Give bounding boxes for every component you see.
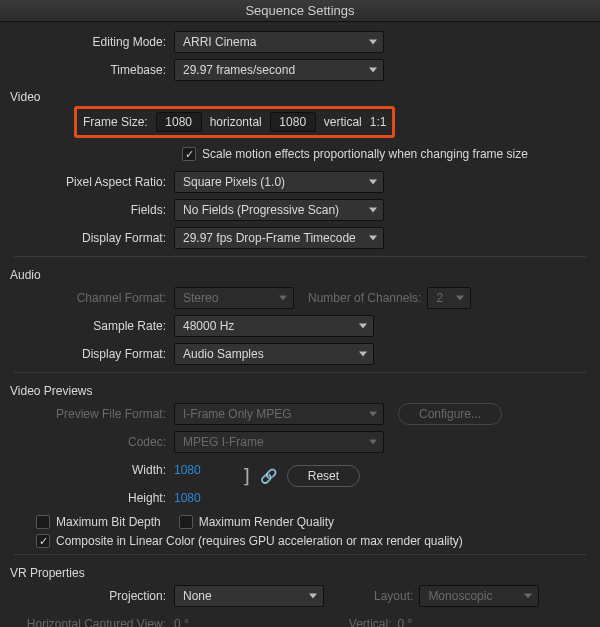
chevron-down-icon — [369, 208, 377, 213]
vr-vertical-value: 0 ° — [398, 617, 413, 627]
max-render-quality-label: Maximum Render Quality — [199, 515, 334, 529]
max-render-quality-checkbox[interactable] — [179, 515, 193, 529]
sample-rate-label: Sample Rate: — [14, 319, 174, 333]
frame-size-label: Frame Size: — [83, 115, 148, 129]
chevron-down-icon — [369, 180, 377, 185]
aspect-ratio-display: 1:1 — [370, 115, 387, 129]
codec-label: Codec: — [14, 435, 174, 449]
chevron-down-icon — [309, 594, 317, 599]
sample-rate-select[interactable]: 48000 Hz — [174, 315, 374, 337]
sequence-settings-window: Sequence Settings Editing Mode: ARRI Cin… — [0, 0, 600, 627]
chevron-down-icon — [369, 440, 377, 445]
window-title: Sequence Settings — [245, 3, 354, 18]
horizontal-label: horizontal — [210, 115, 262, 129]
chevron-down-icon — [369, 412, 377, 417]
preview-width-value[interactable]: 1080 — [174, 463, 201, 477]
num-channels-label: Number of Channels: — [308, 291, 427, 305]
chevron-down-icon — [524, 594, 532, 599]
chevron-down-icon — [369, 68, 377, 73]
link-bracket-icon: ] — [241, 464, 250, 488]
video-section-title: Video — [10, 90, 586, 104]
vertical-label: vertical — [324, 115, 362, 129]
scale-effects-label: Scale motion effects proportionally when… — [202, 147, 528, 161]
layout-select: Monoscopic — [419, 585, 539, 607]
par-select[interactable]: Square Pixels (1.0) — [174, 171, 384, 193]
max-bit-depth-checkbox[interactable] — [36, 515, 50, 529]
configure-button: Configure... — [398, 403, 502, 425]
vr-section-title: VR Properties — [10, 566, 586, 580]
projection-label: Projection: — [14, 589, 174, 603]
audio-section-title: Audio — [10, 268, 586, 282]
max-bit-depth-label: Maximum Bit Depth — [56, 515, 161, 529]
vr-vertical-label: Vertical: — [349, 617, 398, 627]
fields-label: Fields: — [14, 203, 174, 217]
previews-section-title: Video Previews — [10, 384, 586, 398]
frame-size-highlight: Frame Size: 1080 horizontal 1080 vertica… — [74, 106, 395, 138]
editing-mode-value: ARRI Cinema — [183, 35, 256, 49]
video-display-format-select[interactable]: 29.97 fps Drop-Frame Timecode — [174, 227, 384, 249]
scale-effects-checkbox[interactable] — [182, 147, 196, 161]
video-display-format-label: Display Format: — [14, 231, 174, 245]
par-label: Pixel Aspect Ratio: — [14, 175, 174, 189]
frame-width-input[interactable]: 1080 — [156, 112, 202, 132]
reset-button[interactable]: Reset — [287, 465, 360, 487]
chevron-down-icon — [369, 236, 377, 241]
preview-file-format-select: I-Frame Only MPEG — [174, 403, 384, 425]
preview-file-format-label: Preview File Format: — [14, 407, 174, 421]
composite-linear-label: Composite in Linear Color (requires GPU … — [56, 534, 463, 548]
content: Editing Mode: ARRI Cinema Timebase: 29.9… — [0, 22, 600, 627]
audio-display-format-select[interactable]: Audio Samples — [174, 343, 374, 365]
timebase-select[interactable]: 29.97 frames/second — [174, 59, 384, 81]
num-channels-select: 2 — [427, 287, 471, 309]
hcv-label: Horizontal Captured View: — [14, 617, 174, 627]
chevron-down-icon — [279, 296, 287, 301]
composite-linear-checkbox[interactable] — [36, 534, 50, 548]
hcv-value: 0 ° — [174, 617, 189, 627]
chevron-down-icon — [359, 352, 367, 357]
timebase-value: 29.97 frames/second — [183, 63, 295, 77]
editing-mode-label: Editing Mode: — [14, 35, 174, 49]
channel-format-label: Channel Format: — [14, 291, 174, 305]
fields-select[interactable]: No Fields (Progressive Scan) — [174, 199, 384, 221]
editing-mode-select[interactable]: ARRI Cinema — [174, 31, 384, 53]
timebase-label: Timebase: — [14, 63, 174, 77]
titlebar: Sequence Settings — [0, 0, 600, 22]
codec-select: MPEG I-Frame — [174, 431, 384, 453]
chevron-down-icon — [369, 40, 377, 45]
chevron-down-icon — [359, 324, 367, 329]
channel-format-select: Stereo — [174, 287, 294, 309]
frame-height-input[interactable]: 1080 — [270, 112, 316, 132]
layout-label: Layout: — [374, 589, 419, 603]
audio-display-format-label: Display Format: — [14, 347, 174, 361]
projection-select[interactable]: None — [174, 585, 324, 607]
chevron-down-icon — [456, 296, 464, 301]
link-chain-icon[interactable]: 🔗 — [260, 468, 277, 484]
preview-height-label: Height: — [14, 491, 174, 505]
preview-width-label: Width: — [14, 463, 174, 477]
preview-height-value[interactable]: 1080 — [174, 491, 201, 505]
